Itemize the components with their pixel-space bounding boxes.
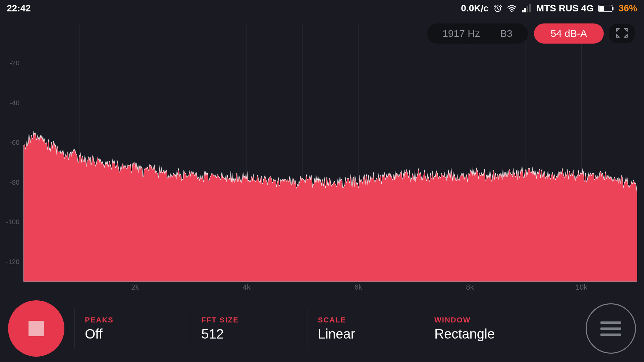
- status-speed: 0.0K/c: [461, 3, 489, 14]
- svg-rect-7: [612, 7, 613, 10]
- stop-icon: [29, 321, 44, 336]
- scale-value: Linear: [318, 326, 414, 342]
- fft-size-label: FFT SIZE: [201, 316, 297, 324]
- peaks-control[interactable]: PEAKS Off: [74, 308, 191, 349]
- svg-rect-2: [522, 10, 524, 12]
- peaks-label: PEAKS: [85, 316, 181, 324]
- y-tick-label: -20: [10, 59, 19, 67]
- status-time: 22:42: [7, 3, 31, 14]
- y-tick-label: -40: [10, 99, 19, 107]
- spectrum-chart[interactable]: -20-40-60-80-100-120 2k4k6k8k10k: [0, 17, 644, 295]
- expand-button[interactable]: [609, 24, 635, 43]
- y-tick-label: -80: [10, 178, 19, 186]
- battery-icon: [598, 5, 614, 12]
- readout-frequency: 1917 Hz: [442, 28, 480, 39]
- svg-rect-4: [527, 6, 528, 12]
- fft-size-control[interactable]: FFT SIZE 512: [191, 308, 307, 349]
- x-tick-label: 2k: [131, 283, 139, 292]
- bottom-controls: PEAKS Off FFT SIZE 512 SCALE Linear WIND…: [0, 295, 644, 362]
- hamburger-icon: [600, 321, 621, 324]
- y-tick-label: -120: [6, 258, 19, 265]
- peaks-value: Off: [85, 326, 181, 342]
- x-axis-labels: 2k4k6k8k10k: [23, 282, 637, 295]
- hamburger-icon: [600, 334, 621, 336]
- record-stop-button[interactable]: [8, 300, 64, 357]
- status-bar: 22:42 0.0K/c MTS RUS 4G 36%: [0, 0, 644, 17]
- x-tick-label: 6k: [355, 283, 362, 292]
- window-control[interactable]: WINDOW Rectangle: [424, 308, 579, 349]
- level-pill[interactable]: 54 dB-A: [534, 23, 604, 44]
- readout-level: 54 dB-A: [551, 28, 587, 39]
- readout-cluster: 1917 Hz B3 54 dB-A: [427, 23, 604, 44]
- svg-point-1: [511, 11, 513, 12]
- readout-note: B3: [500, 28, 513, 39]
- x-tick-label: 8k: [466, 283, 474, 292]
- hamburger-icon: [600, 327, 621, 330]
- signal-icon: [522, 4, 532, 12]
- wifi-icon: [507, 4, 517, 12]
- fft-size-value: 512: [201, 326, 297, 342]
- status-carrier: MTS RUS 4G: [536, 3, 594, 14]
- x-tick-label: 4k: [243, 283, 251, 292]
- y-tick-label: -60: [10, 139, 19, 146]
- alarm-icon: [493, 4, 502, 13]
- svg-rect-5: [529, 4, 531, 12]
- x-tick-label: 10k: [576, 283, 587, 292]
- menu-button[interactable]: [586, 303, 636, 354]
- svg-rect-8: [599, 6, 604, 11]
- scale-control[interactable]: SCALE Linear: [308, 308, 424, 349]
- y-tick-label: -100: [6, 218, 19, 226]
- expand-icon: [615, 27, 629, 40]
- spectrum-svg: [23, 23, 637, 282]
- freq-note-pill[interactable]: 1917 Hz B3: [427, 23, 528, 44]
- svg-rect-3: [524, 8, 526, 12]
- status-right-cluster: 0.0K/c MTS RUS 4G 36%: [461, 3, 637, 14]
- scale-label: SCALE: [318, 316, 414, 324]
- y-axis-labels: -20-40-60-80-100-120: [0, 23, 23, 282]
- window-value: Rectangle: [434, 326, 569, 342]
- window-label: WINDOW: [434, 316, 569, 324]
- status-battery-pct: 36%: [619, 3, 637, 14]
